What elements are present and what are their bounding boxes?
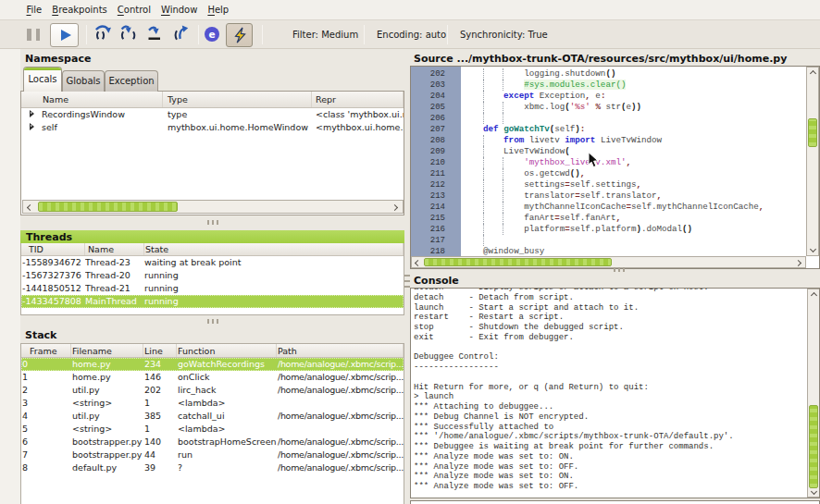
splitter-grip[interactable]: [207, 319, 218, 324]
table-row[interactable]: -1567327376Thread-20running: [21, 269, 404, 282]
scroll-right-icon[interactable]: [795, 259, 801, 265]
table-row[interactable]: 8default.py39?/home/analogue/.xbmc/scrip…: [21, 461, 404, 474]
column-header-function[interactable]: Function: [177, 344, 277, 357]
editor-h-scrollbar-thumb[interactable]: [424, 258, 612, 266]
console-v-scrollbar-thumb[interactable]: [809, 405, 818, 488]
console-input[interactable]: [410, 500, 820, 504]
code-line: except Exception, e:: [463, 91, 605, 102]
cell: type: [163, 108, 312, 121]
tab-locals[interactable]: Locals: [23, 67, 62, 92]
scroll-up-icon[interactable]: [810, 70, 816, 77]
column-header-line[interactable]: Line: [143, 344, 177, 357]
splitter-grip[interactable]: [207, 220, 218, 225]
code-line: settings=self.settings,: [463, 179, 641, 191]
scroll-up-icon[interactable]: [811, 292, 817, 299]
toolbar-separator: [86, 25, 87, 44]
table-row[interactable]: 6bootstrapper.py140bootstrapHomeScreen/h…: [21, 436, 404, 449]
table-row[interactable]: -1441850512Thread-21running: [21, 282, 404, 295]
expander-icon[interactable]: [30, 109, 35, 117]
console-output[interactable]: attach - Display scripts or attach to a …: [410, 288, 820, 498]
step-into-icon[interactable]: [118, 23, 140, 46]
menu-file[interactable]: File: [21, 0, 47, 19]
toolbar: e Filter: Medium Encoding: auto Synchron…: [0, 20, 820, 49]
column-header-frame[interactable]: Frame: [21, 344, 71, 357]
cell: /home/analogue/.xbmc/scrip...: [277, 436, 404, 449]
code-area[interactable]: logging.shutdown() #sys.modules.clear() …: [461, 67, 807, 256]
stack-header: FrameFilenameLineFunctionPath: [21, 344, 404, 358]
column-header-repr[interactable]: Repr: [312, 92, 404, 107]
table-row[interactable]: -1558934672Thread-23waiting at break poi…: [21, 256, 404, 269]
menu-control[interactable]: Control: [112, 0, 155, 19]
table-row[interactable]: 0home.py234goWatchRecordings/home/analog…: [21, 358, 404, 371]
step-over-icon[interactable]: [92, 23, 114, 46]
cell: 385: [143, 410, 177, 423]
menu-breakpoints[interactable]: Breakpoints: [47, 0, 113, 19]
line-number: 207: [412, 124, 445, 135]
cell: /home/analogue/.xbmc/scrip...: [277, 371, 404, 384]
splitter-grip[interactable]: [614, 267, 625, 272]
cell: RecordingsWindow: [21, 108, 163, 121]
toolbar-separator: [262, 25, 263, 44]
console-v-scrollbar[interactable]: [807, 289, 820, 498]
line-number: 210: [412, 157, 445, 168]
cell: 6: [21, 436, 71, 449]
cell: running: [144, 269, 404, 282]
table-row[interactable]: 1home.py146onClick/home/analogue/.xbmc/s…: [21, 371, 404, 384]
editor-v-scrollbar[interactable]: [806, 67, 819, 256]
namespace-h-scrollbar[interactable]: [22, 200, 404, 214]
break-pause-icon[interactable]: [27, 29, 40, 41]
encoding-icon[interactable]: e: [205, 27, 219, 42]
table-row[interactable]: -1433457808MainThreadrunning: [21, 295, 404, 308]
cell: util.py: [71, 410, 143, 423]
expander-icon[interactable]: [30, 122, 35, 130]
cell: bootstrapper.py: [71, 449, 143, 461]
menu-help[interactable]: Help: [203, 0, 234, 19]
scroll-down-icon[interactable]: [811, 488, 817, 495]
scroll-left-icon[interactable]: [27, 203, 33, 210]
menu-window[interactable]: Window: [155, 0, 202, 19]
table-row[interactable]: 2util.py202lirc_hack/home/analogue/.xbmc…: [21, 384, 404, 397]
namespace-h-scrollbar-thumb[interactable]: [38, 202, 178, 212]
scroll-down-icon[interactable]: [810, 246, 816, 252]
stack-table: FrameFilenameLineFunctionPath 0home.py23…: [20, 343, 404, 504]
tab-exception[interactable]: Exception: [105, 70, 158, 92]
tab-globals[interactable]: Globals: [62, 70, 105, 92]
table-row[interactable]: 7bootstrapper.py44run/home/analogue/.xbm…: [21, 449, 404, 461]
code-line: mythChannelIconCache=self.mythChannelIco…: [463, 202, 764, 213]
cell: /home/analogue/.xbmc/scrip...: [277, 449, 404, 461]
code-line: 'mythbox_livetv.xml',: [463, 157, 631, 168]
column-header-type[interactable]: Type: [163, 92, 312, 107]
table-row[interactable]: 5<string>1<lambda>: [21, 423, 404, 436]
table-row[interactable]: 4util.py385catchall_ui/home/analogue/.xb…: [21, 410, 404, 423]
go-play-button[interactable]: [50, 23, 79, 47]
column-header-state[interactable]: State: [144, 243, 404, 255]
column-header-name[interactable]: Name: [21, 92, 163, 107]
cell: default.py: [71, 461, 143, 474]
cell: goWatchRecordings: [177, 358, 277, 371]
scroll-left-icon[interactable]: [415, 259, 421, 265]
namespace-header: NameTypeRepr: [21, 92, 404, 108]
synchronicity-button[interactable]: [226, 23, 253, 47]
cell: running: [144, 282, 404, 295]
editor-v-scrollbar-thumb[interactable]: [808, 118, 817, 147]
column-header-filename[interactable]: Filename: [71, 344, 143, 357]
table-row[interactable]: selfmythbox.ui.home.HomeWindow<mythbox.u…: [21, 121, 404, 134]
line-number: 204: [412, 91, 445, 102]
indent-guide: [483, 235, 484, 246]
column-header-tid[interactable]: TID: [21, 243, 85, 255]
console-text: attach - Display scripts or attach to a …: [414, 288, 806, 492]
step-out-icon[interactable]: [169, 23, 192, 46]
return-icon[interactable]: [143, 23, 166, 46]
lightning-icon: [232, 27, 247, 43]
line-number: 202: [412, 68, 445, 80]
editor-h-scrollbar[interactable]: [411, 256, 806, 268]
line-number: 216: [412, 224, 445, 235]
column-header-name[interactable]: Name: [85, 243, 144, 255]
editor-gutter[interactable]: 2022032042052062072082092102112122132142…: [411, 67, 461, 256]
code-line: xbmc.log('%s' % str(e)): [463, 102, 641, 113]
cell: 202: [143, 384, 177, 397]
table-row[interactable]: 3<string>1<lambda>: [21, 397, 404, 410]
table-row[interactable]: RecordingsWindowtype<class 'mythbox.ui.r…: [21, 108, 404, 121]
scroll-right-icon[interactable]: [391, 203, 398, 210]
column-header-path[interactable]: Path: [277, 344, 404, 357]
